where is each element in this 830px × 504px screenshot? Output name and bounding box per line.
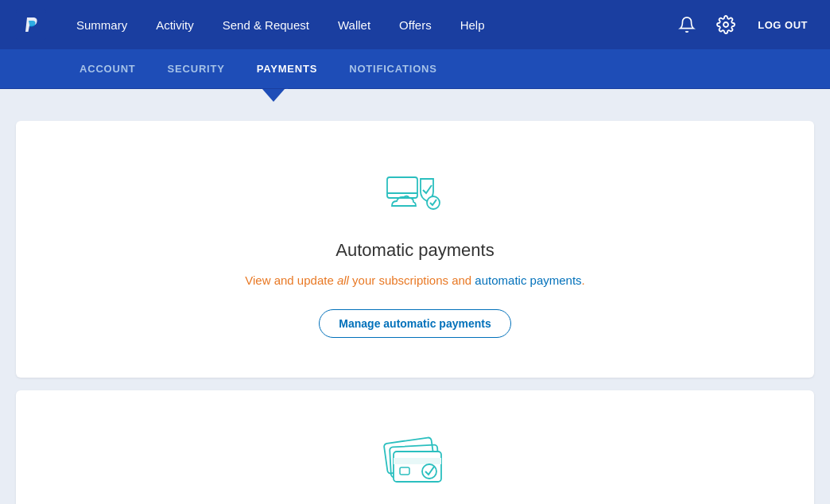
nav-arrow — [262, 89, 285, 102]
sub-nav-security[interactable]: SECURITY — [152, 49, 241, 89]
svg-point-1 — [723, 22, 728, 27]
nav-wallet[interactable]: Wallet — [324, 0, 385, 49]
automatic-payments-icon — [379, 161, 451, 224]
main-content: Automatic payments View and update all y… — [0, 105, 830, 504]
bell-icon — [678, 16, 696, 33]
logout-button[interactable]: LOG OUT — [751, 16, 814, 34]
svg-rect-2 — [387, 177, 417, 198]
nav-help[interactable]: Help — [446, 0, 499, 49]
nav-send-request[interactable]: Send & Request — [208, 0, 324, 49]
automatic-payments-illustration — [379, 163, 451, 223]
manage-automatic-payments-button[interactable]: Manage automatic payments — [319, 309, 510, 338]
nav-links: Summary Activity Send & Request Wallet O… — [62, 0, 673, 49]
nav-arrow-container — [0, 89, 830, 105]
preferred-payment-illustration — [379, 434, 451, 490]
automatic-payments-card: Automatic payments View and update all y… — [16, 121, 814, 378]
gear-icon — [716, 15, 735, 34]
desc-text-3: . — [582, 273, 585, 287]
svg-point-11 — [422, 464, 436, 479]
notifications-bell-button[interactable] — [673, 11, 700, 38]
svg-rect-9 — [394, 458, 441, 464]
settings-gear-button[interactable] — [712, 10, 740, 39]
automatic-payments-title: Automatic payments — [335, 240, 494, 261]
desc-link[interactable]: automatic payments — [475, 273, 581, 287]
preferred-payment-card: Your preferred way to pay — [16, 390, 814, 505]
desc-text-all: all — [337, 273, 349, 287]
sub-nav-notifications[interactable]: NOTIFICATIONS — [333, 49, 453, 89]
preferred-payment-icon — [379, 430, 451, 494]
nav-right-actions: LOG OUT — [673, 10, 814, 39]
nav-offers[interactable]: Offers — [385, 0, 446, 49]
sub-nav: ACCOUNT SECURITY PAYMENTS NOTIFICATIONS — [0, 49, 830, 89]
nav-activity[interactable]: Activity — [142, 0, 208, 49]
sub-nav-payments[interactable]: PAYMENTS — [241, 49, 333, 89]
automatic-payments-description: View and update all your subscriptions a… — [245, 272, 585, 290]
desc-text-2: your subscriptions and — [349, 273, 475, 287]
top-nav: Summary Activity Send & Request Wallet O… — [0, 0, 830, 49]
nav-summary[interactable]: Summary — [62, 0, 142, 49]
desc-text-1: View and update — [245, 273, 337, 287]
paypal-logo — [16, 10, 46, 40]
sub-nav-account[interactable]: ACCOUNT — [64, 49, 152, 89]
